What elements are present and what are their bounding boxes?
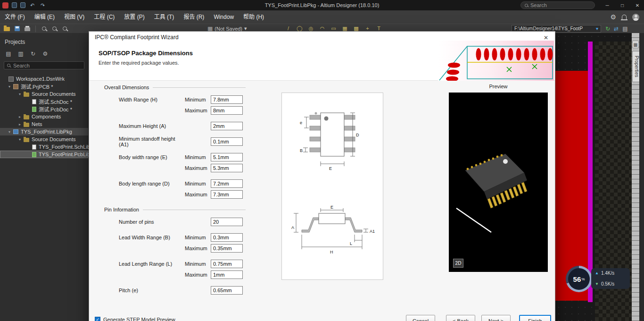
tree-item-components[interactable]: ▸ Components [0, 113, 88, 120]
finish-button[interactable]: Finish [519, 315, 551, 321]
settings-gear-icon[interactable]: ⚙ [610, 13, 616, 21]
menu-reports[interactable]: 报告 (R) [179, 10, 209, 24]
open-document-icon[interactable] [20, 2, 25, 8]
generate-step-label: Generate STEP Model Preview [103, 317, 175, 321]
menu-project[interactable]: 工程 (C) [89, 10, 119, 24]
layers-icon[interactable]: ▤ [622, 25, 627, 32]
section-pin-information: Pin Information [104, 207, 246, 212]
dim-label-B: B [300, 148, 303, 153]
gauge-value: 56 [573, 275, 581, 283]
lead-length-max-input[interactable] [211, 270, 243, 279]
pcb-editor-canvas[interactable]: ▦ Properties 56 % ▲ 1.4K/s ▼ 0.5K/s [555, 33, 644, 321]
panel-settings-icon[interactable]: ⚙ [41, 50, 49, 57]
download-rate: 0.5K/s [601, 281, 614, 287]
lead-width-max-input[interactable] [211, 244, 243, 253]
panel-save-icon[interactable]: ▤ [5, 50, 12, 57]
body-width-min-input[interactable] [211, 153, 243, 161]
heads-up-gauge[interactable]: 56 % [566, 266, 592, 292]
package-dimension-diagram: D E e B [281, 93, 383, 280]
body-length-min-input[interactable] [211, 179, 243, 188]
menu-tools[interactable]: 工具 (T) [149, 10, 179, 24]
panels-icon[interactable]: ▦ [632, 41, 639, 48]
wizard-page-subtitle: Enter the required package values. [99, 60, 179, 66]
board-outline-strip [588, 42, 593, 302]
next-button[interactable]: Next > [481, 315, 511, 321]
folder-icon [24, 115, 29, 119]
panel-refresh-icon[interactable]: ↻ [29, 50, 37, 57]
dialog-header: SOP/TSOP Package Dimensions Enter the re… [89, 43, 555, 81]
menu-edit[interactable]: 编辑 (E) [30, 10, 59, 24]
tree-item-libpkg[interactable]: ▾ TYS_FootPrint.LibPkg [0, 128, 88, 135]
pcblib-icon [32, 152, 36, 157]
tree-item-prjpcb[interactable]: ▾ 测试.PrjPCB * [0, 83, 88, 90]
projects-panel-title: Projects [0, 33, 88, 45]
notifications-bell-icon[interactable] [622, 15, 627, 19]
checkbox-checked-icon: ✓ [95, 317, 100, 321]
preview-2d-button[interactable]: 2D [453, 259, 463, 268]
preview-3d-viewport[interactable]: 2D [449, 93, 548, 272]
tree-item-pcblib[interactable]: TYS_FootPrint.PcbLib [0, 151, 88, 158]
menu-view[interactable]: 视图 (V) [59, 10, 89, 24]
min-standoff-height-input[interactable] [211, 137, 243, 146]
not-saved-label: (Not Saved) [215, 26, 242, 32]
cancel-button[interactable]: Cancel [406, 315, 435, 321]
tree-item-pcbdoc[interactable]: 测试.PcbDoc * [0, 105, 88, 113]
tree-item-schdoc[interactable]: 测试.SchDoc * [0, 98, 88, 105]
menu-place[interactable]: 放置 (P) [119, 10, 149, 24]
body-width-max-input[interactable] [211, 164, 243, 172]
generate-step-checkbox[interactable]: ✓ Generate STEP Model Preview [95, 317, 175, 321]
dim-label-E-top: E [329, 166, 332, 171]
refresh-icon[interactable]: ↻ [605, 25, 610, 32]
right-edge-strip [639, 33, 644, 321]
altium-designer-window: ↶ ↷ TYS_FootPrint.LibPkg - Altium Design… [0, 0, 644, 321]
titlebar-search-placeholder: Search [530, 2, 547, 8]
upload-rate: 1.4K/s [601, 270, 614, 276]
sync-icon[interactable]: ⇄ [614, 25, 619, 32]
section-overall-dimensions: Overall Dimensions [104, 84, 246, 90]
schlib-icon [32, 144, 36, 150]
maximum-height-input[interactable] [211, 122, 243, 130]
projects-search-input[interactable]: Search [4, 61, 84, 69]
tree-item-source-documents-2[interactable]: ▾ Source Documents [0, 135, 88, 143]
open-file-icon[interactable] [3, 25, 10, 33]
minimize-button[interactable]: ─ [601, 0, 614, 10]
undo-icon[interactable]: ↶ [29, 2, 36, 8]
user-avatar[interactable] [632, 14, 639, 21]
footprint-preview-image [438, 41, 554, 81]
menu-window[interactable]: Window [209, 10, 239, 24]
combo-dropdown-icon: ▾ [596, 26, 598, 31]
dim-label-H: H [330, 250, 333, 254]
tree-item-nets[interactable]: ▸ Nets [0, 120, 88, 128]
redo-icon[interactable]: ↷ [39, 2, 46, 8]
titlebar-search-input[interactable]: Search [520, 1, 595, 9]
pitch-input[interactable] [211, 286, 243, 295]
tree-item-schlib[interactable]: TYS_FootPrint.SchLib [0, 143, 88, 151]
width-range-min-input[interactable] [211, 95, 243, 104]
maximize-button[interactable]: □ [616, 0, 629, 10]
menu-file[interactable]: 文件 (F) [0, 10, 30, 24]
search-icon [525, 4, 528, 7]
zoom-fit-icon[interactable] [61, 25, 68, 33]
project-tree: Workspace1.DsnWrk ▾ 测试.PrjPCB * ▾ Source… [0, 75, 88, 158]
workspace-icon [8, 76, 14, 82]
schematic-doc-icon [32, 99, 36, 104]
save-file-icon[interactable] [13, 25, 21, 33]
body-length-max-input[interactable] [211, 190, 243, 199]
width-range-max-input[interactable] [211, 106, 243, 115]
panel-compile-icon[interactable]: ▥ [17, 50, 25, 57]
lead-width-min-input[interactable] [211, 233, 243, 242]
zoom-out-icon[interactable] [50, 25, 58, 33]
properties-panel-tab[interactable]: Properties [632, 51, 639, 82]
new-document-icon[interactable] [12, 2, 17, 8]
tree-item-workspace[interactable]: Workspace1.DsnWrk [0, 75, 88, 83]
number-of-pins-input[interactable] [211, 218, 243, 226]
print-icon[interactable] [24, 25, 31, 33]
menu-help[interactable]: 帮助 (H) [239, 10, 269, 24]
tree-item-source-documents-1[interactable]: ▾ Source Documents [0, 90, 88, 98]
pcb-doc-icon [32, 107, 36, 112]
zoom-in-icon[interactable] [40, 25, 48, 33]
lead-length-min-input[interactable] [211, 260, 243, 268]
close-button[interactable]: ✕ [631, 0, 644, 10]
upload-arrow-icon: ▲ [595, 271, 599, 275]
back-button[interactable]: < Back [446, 315, 475, 321]
